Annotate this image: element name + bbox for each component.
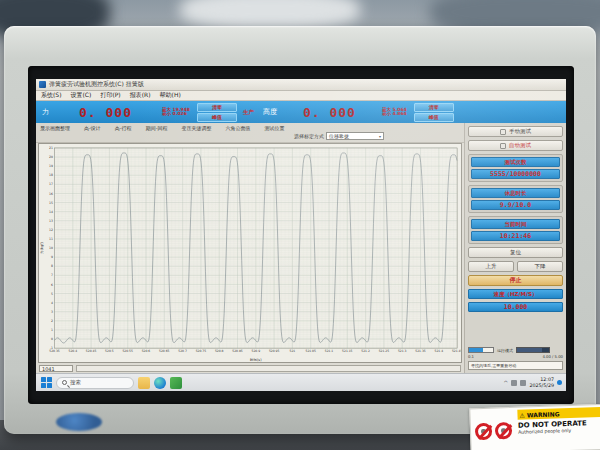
svg-text:4: 4 <box>51 301 53 305</box>
left-column: 显示画面整理 高-设计 高-行程 期间-回程 变压夹缝调整 六角公面值 测试位置… <box>36 123 464 373</box>
manual-test-label: 手动测试 <box>509 128 531 135</box>
main-row: 显示画面整理 高-设计 高-行程 期间-回程 变压夹缝调整 六角公面值 测试位置… <box>36 123 566 373</box>
svg-text:13: 13 <box>49 219 53 223</box>
svg-text:520.75: 520.75 <box>196 349 207 353</box>
calibration-row: 选择标定方式 位移靠拢 ▾ <box>294 132 384 140</box>
manual-test-button[interactable]: 手动测试 <box>468 126 563 137</box>
mode-progress-bar <box>468 347 494 353</box>
menu-bar: 系统(S) 设置(C) 打印(P) 报表(R) 帮助(H) <box>36 91 566 101</box>
gear-icon <box>500 143 506 149</box>
force-label: 力 <box>42 107 49 117</box>
test-count-header[interactable]: 测试次数 <box>471 157 560 167</box>
force-peak-button[interactable]: 峰值 <box>197 113 237 122</box>
menu-print[interactable]: 打印(P) <box>100 91 120 100</box>
field-label-1: 高-设计 <box>84 125 101 131</box>
svg-text:8: 8 <box>51 264 53 268</box>
svg-text:12: 12 <box>49 228 53 232</box>
browser-icon[interactable] <box>154 377 166 389</box>
svg-text:521.35: 521.35 <box>415 349 426 353</box>
legend-left-tick: 0.1 <box>468 354 474 359</box>
mode-progress-label: 运行模式 <box>497 348 513 353</box>
svg-text:力(kgf): 力(kgf) <box>40 241 44 254</box>
app-shortcut-icon[interactable] <box>170 377 182 389</box>
svg-text:-1: -1 <box>50 346 53 350</box>
menu-report[interactable]: 报表(R) <box>130 91 151 100</box>
network-icon[interactable] <box>511 380 517 386</box>
no-touch-icon <box>474 422 492 440</box>
svg-text:时间(s): 时间(s) <box>250 358 262 362</box>
svg-text:2: 2 <box>51 319 53 323</box>
menu-settings[interactable]: 设置(C) <box>71 91 92 100</box>
status-progress-track <box>76 365 461 372</box>
brand-logo-sticker <box>56 413 102 431</box>
svg-text:20: 20 <box>49 155 53 159</box>
volume-icon[interactable] <box>520 380 526 386</box>
up-button[interactable]: 上升 <box>468 261 514 272</box>
stop-button[interactable]: 停止 <box>468 275 563 286</box>
photo-scene: 弹簧疲劳试验机测控系统(C) 扭簧版 系统(S) 设置(C) 打印(P) 报表(… <box>0 0 600 450</box>
speed-button[interactable]: 速度（HZ/M/S） <box>468 289 563 299</box>
svg-text:21: 21 <box>49 146 53 150</box>
warning-sticker: ⚠ WARNING DO NOT OPERATE Authorized peop… <box>469 404 600 450</box>
start-button[interactable] <box>40 377 52 389</box>
control-sidebar: 手动测试 自动测试 测试次数 5555/10000000 休息时长 9. <box>464 123 566 373</box>
svg-text:521: 521 <box>290 349 296 353</box>
test-count-value: 5555/10000000 <box>471 169 560 179</box>
svg-text:17: 17 <box>49 182 53 186</box>
test-count-group: 测试次数 5555/10000000 <box>468 154 563 182</box>
rest-time-header[interactable]: 休息时长 <box>471 188 560 198</box>
svg-text:520.45: 520.45 <box>86 349 97 353</box>
reset-button[interactable]: 复位 <box>468 247 563 258</box>
status-strip: 1041 <box>36 363 464 373</box>
readout-bar: 力 0. 000 最大 19.948 最小 0.026 清零 峰值 生产 高度 … <box>36 101 566 123</box>
pointer-icon <box>500 129 506 135</box>
svg-text:9: 9 <box>51 255 53 259</box>
svg-text:6: 6 <box>51 282 53 286</box>
tray-expand-icon[interactable]: ^ <box>503 379 508 386</box>
legend-note: 寻找内缝后,需要重新启动 <box>468 361 563 370</box>
field-label-6: 测试位置 <box>264 125 284 131</box>
parameter-row: 显示画面整理 高-设计 高-行程 期间-回程 变压夹缝调整 六角公面值 测试位置… <box>36 123 464 143</box>
svg-text:520.4: 520.4 <box>69 349 78 353</box>
force-minmax: 最大 19.948 最小 0.026 <box>162 108 190 117</box>
clock-date: 2025/5/29 <box>529 383 554 389</box>
rest-time-group: 休息时长 9.9/10.0 <box>468 185 563 213</box>
waveform-chart: 520.35520.4520.45520.5520.55520.6520.655… <box>39 144 461 362</box>
force-value: 0. 000 <box>79 105 132 120</box>
svg-text:7: 7 <box>51 273 53 277</box>
mode-label: 生产 <box>243 109 254 116</box>
taskbar-search[interactable]: 搜索 <box>56 377 134 389</box>
warning-triangle-icon: ⚠ <box>519 411 525 418</box>
file-explorer-icon[interactable] <box>138 377 150 389</box>
field-label-2: 高-行程 <box>115 125 132 131</box>
taskbar-clock[interactable]: 12:07 2025/5/29 <box>529 377 554 388</box>
auto-test-button[interactable]: 自动测试 <box>468 140 563 151</box>
menu-help[interactable]: 帮助(H) <box>160 91 181 100</box>
svg-text:14: 14 <box>49 210 53 214</box>
height-minmax: 最大 5.064 最小 4.864 <box>382 108 407 117</box>
force-min-value: 0.026 <box>173 111 187 116</box>
field-label-5: 六角公面值 <box>225 125 250 131</box>
notification-icon[interactable] <box>557 380 562 385</box>
height-peak-button[interactable]: 峰值 <box>414 113 454 122</box>
svg-text:15: 15 <box>49 201 53 205</box>
current-time-header[interactable]: 当前时间 <box>471 219 560 229</box>
field-label-0: 显示画面整理 <box>40 125 70 131</box>
svg-text:520.95: 520.95 <box>269 349 280 353</box>
height-zero-button[interactable]: 清零 <box>414 103 454 112</box>
force-zero-button[interactable]: 清零 <box>197 103 237 112</box>
down-button[interactable]: 下降 <box>517 261 563 272</box>
speed-value: 10.000 <box>468 302 563 312</box>
svg-text:3: 3 <box>51 310 53 314</box>
field-label-4: 变压夹缝调整 <box>181 125 211 131</box>
calibration-select[interactable]: 位移靠拢 ▾ <box>326 132 384 140</box>
rest-time-value: 9.9/10.0 <box>471 200 560 210</box>
jog-buttons: 上升 下降 <box>468 261 563 272</box>
svg-text:0: 0 <box>51 337 53 341</box>
svg-text:520.65: 520.65 <box>159 349 170 353</box>
svg-text:18: 18 <box>49 173 53 177</box>
menu-system[interactable]: 系统(S) <box>41 91 62 100</box>
current-time-value: 10:21:46 <box>471 231 560 241</box>
prohibition-icons <box>470 408 516 450</box>
svg-text:521.15: 521.15 <box>342 349 353 353</box>
